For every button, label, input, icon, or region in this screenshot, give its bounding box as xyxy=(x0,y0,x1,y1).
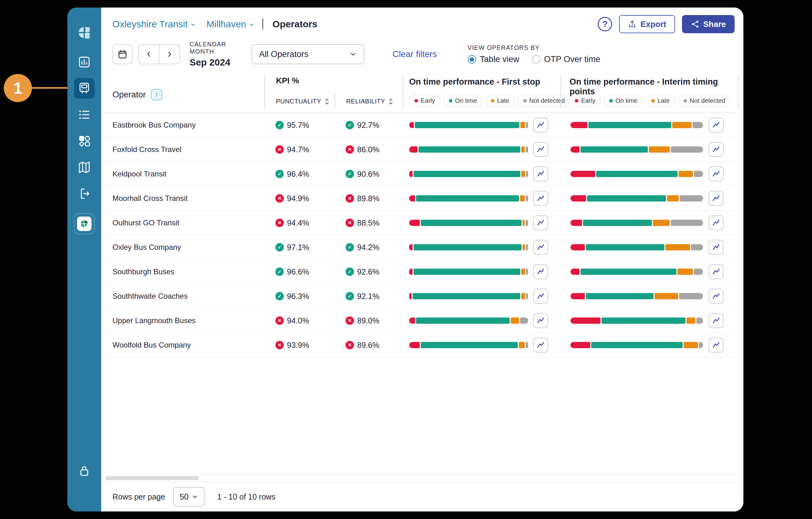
sparkline-icon xyxy=(536,218,545,227)
punctuality-cell: ✓ 96.4% xyxy=(276,169,309,178)
sidebar-item-widgets[interactable] xyxy=(77,134,91,148)
first-stop-trend-button[interactable] xyxy=(533,215,548,230)
interim-trend-button[interactable] xyxy=(708,142,724,157)
interim-trend-button[interactable] xyxy=(708,117,724,133)
table-row[interactable]: Southburgh Buses ✓ 96.6% ✓ 92.6% xyxy=(101,260,744,284)
first-stop-trend-button[interactable] xyxy=(533,117,548,133)
first-stop-bar xyxy=(409,146,528,153)
punctuality-column-header[interactable]: PUNCTUALITY xyxy=(276,98,329,105)
sparkline-icon xyxy=(712,145,721,154)
table-row[interactable]: Upper Langmouth Buses ✕ 94.0% ✕ 89.0% xyxy=(101,308,744,333)
interim-trend-button[interactable] xyxy=(708,191,724,206)
reliability-status-icon: ✓ xyxy=(346,292,354,300)
punctuality-cell: ✓ 97.1% xyxy=(276,243,309,252)
interim-trend-button[interactable] xyxy=(708,240,724,255)
radio-otp-over-time[interactable]: OTP Over time xyxy=(532,55,601,64)
interim-trend-button[interactable] xyxy=(708,289,724,304)
sidebar-item-analytics[interactable] xyxy=(77,55,91,69)
sparkline-icon xyxy=(712,169,721,178)
operator-name: Oxley Bus Company xyxy=(113,243,181,252)
operator-name: Souththwaite Coaches xyxy=(113,292,187,301)
sidebar-item-operators[interactable] xyxy=(74,78,95,99)
sidebar-item-lock[interactable] xyxy=(77,464,91,477)
first-stop-trend-button[interactable] xyxy=(533,337,548,353)
first-stop-trend-button[interactable] xyxy=(533,240,548,255)
export-label: Export xyxy=(640,20,666,29)
bar-segment xyxy=(519,342,525,348)
reliability-column-header[interactable]: RELIABILITY xyxy=(346,98,394,105)
sparkline-icon xyxy=(712,341,721,350)
legend-label: Early xyxy=(581,97,596,104)
table-row[interactable]: Foxfold Cross Travel ✕ 94.7% ✕ 86.0% xyxy=(101,137,744,162)
chevron-down-icon xyxy=(249,22,254,28)
punctuality-value: 97.1% xyxy=(287,243,309,252)
sidebar-item-map[interactable] xyxy=(77,161,91,174)
table-row[interactable]: Souththwaite Coaches ✓ 96.3% ✓ 92.1% xyxy=(101,284,744,308)
bar-segment xyxy=(409,146,417,153)
interim-trend-button[interactable] xyxy=(708,215,724,230)
bar-segment xyxy=(418,146,521,153)
table-row[interactable]: Oxley Bus Company ✓ 97.1% ✓ 94.2% xyxy=(101,235,744,260)
punctuality-status-icon: ✓ xyxy=(276,267,284,276)
table-row[interactable]: Woolfold Bus Company ✕ 93.9% ✕ 89.6% xyxy=(101,333,744,357)
reliability-cell: ✓ 90.6% xyxy=(346,169,379,178)
breadcrumb-org[interactable]: Oxleyshire Transit xyxy=(113,19,196,29)
interim-trend-button[interactable] xyxy=(708,313,724,328)
calendar-button[interactable] xyxy=(113,44,133,64)
first-stop-trend-button[interactable] xyxy=(533,166,548,182)
interim-trend-button[interactable] xyxy=(708,264,724,279)
legend-dot xyxy=(414,99,418,103)
radio-table-view[interactable]: Table view xyxy=(468,55,519,64)
reliability-value: 92.1% xyxy=(357,292,379,301)
first-stop-trend-button[interactable] xyxy=(533,313,548,328)
interim-trend-button[interactable] xyxy=(708,337,724,353)
table-row[interactable]: Eastbrook Bus Company ✓ 95.7% ✓ 92.7% xyxy=(101,113,744,137)
breadcrumb-region[interactable]: Millhaven xyxy=(206,19,254,29)
bar-segment xyxy=(694,269,703,275)
first-stop-trend-button[interactable] xyxy=(533,264,548,279)
scrollbar-thumb[interactable] xyxy=(105,476,199,480)
next-month-button[interactable] xyxy=(160,45,179,64)
clear-filters-link[interactable]: Clear filters xyxy=(393,49,437,59)
sidebar-item-app-switcher[interactable] xyxy=(74,213,95,234)
operator-filter-select[interactable]: All Operators xyxy=(252,44,364,64)
chevron-left-icon xyxy=(144,50,153,59)
table-row[interactable]: Moorhall Cross Transit ✕ 94.9% ✕ 89.8% xyxy=(101,186,744,211)
punctuality-status-icon: ✕ xyxy=(276,145,284,154)
previous-month-button[interactable] xyxy=(139,45,160,64)
header-actions: ? Export Share xyxy=(598,15,735,33)
first-stop-trend-button[interactable] xyxy=(533,289,548,304)
first-stop-trend-button[interactable] xyxy=(533,142,548,157)
bar-segment xyxy=(521,146,525,153)
sparkline-icon xyxy=(712,316,721,325)
rows-per-page-select[interactable]: 50 xyxy=(173,487,205,507)
punctuality-status-icon: ✕ xyxy=(276,316,284,325)
rows-per-page-value: 50 xyxy=(179,492,188,502)
punctuality-status-icon: ✓ xyxy=(276,243,284,251)
sidebar-item-list[interactable] xyxy=(77,108,91,121)
bar-segment xyxy=(526,146,528,153)
horizontal-scrollbar[interactable] xyxy=(101,474,744,482)
app-logo xyxy=(77,25,91,40)
sidebar-item-logout[interactable] xyxy=(77,187,91,200)
interim-bar xyxy=(571,342,703,348)
legend-dot xyxy=(491,99,494,103)
reliability-cell: ✕ 89.6% xyxy=(346,340,379,350)
table-row[interactable]: Keldpool Transit ✓ 96.4% ✓ 90.6% xyxy=(101,162,744,186)
reliability-status-icon: ✕ xyxy=(346,316,354,325)
export-button[interactable]: Export xyxy=(619,15,675,33)
reliability-value: 89.6% xyxy=(357,340,379,350)
legend-label: Late xyxy=(658,97,670,104)
interim-trend-button[interactable] xyxy=(708,166,724,182)
share-button[interactable]: Share xyxy=(682,15,735,33)
punctuality-value: 95.7% xyxy=(287,120,309,130)
reliability-status-icon: ✓ xyxy=(346,169,354,178)
bar-segment xyxy=(571,293,585,299)
help-button[interactable]: ? xyxy=(598,17,612,31)
reliability-cell: ✕ 89.0% xyxy=(346,316,379,325)
first-stop-bar xyxy=(409,318,528,324)
sort-ascending-button[interactable]: ↑ xyxy=(151,89,162,100)
first-stop-trend-button[interactable] xyxy=(533,191,548,206)
bar-segment xyxy=(520,122,525,128)
table-row[interactable]: Oulhurst GO Transit ✕ 94.4% ✕ 88.5% xyxy=(101,211,744,235)
